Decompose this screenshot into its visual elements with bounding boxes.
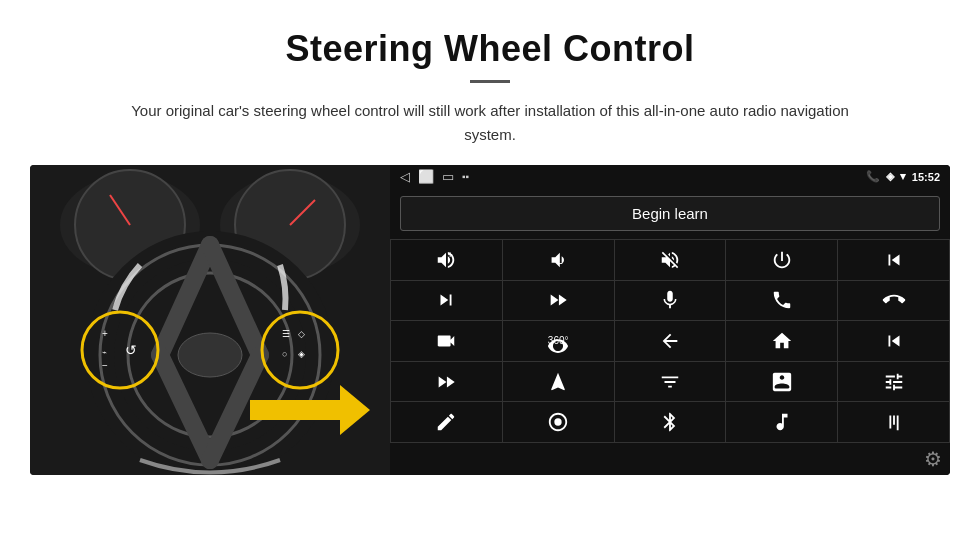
svg-text:⌁: ⌁ xyxy=(102,348,107,357)
back-nav-icon[interactable]: ◁ xyxy=(400,169,410,184)
vol-down-button[interactable]: − xyxy=(503,240,614,280)
next-button[interactable] xyxy=(391,281,502,321)
power-button[interactable] xyxy=(726,240,837,280)
phone-button[interactable] xyxy=(726,281,837,321)
navigate-button[interactable] xyxy=(503,362,614,402)
header-description: Your original car's steering wheel contr… xyxy=(110,99,870,147)
target-button[interactable] xyxy=(503,402,614,442)
svg-text:+: + xyxy=(102,328,108,339)
status-bar-indicators: 📞 ◈ ▾ 15:52 xyxy=(866,170,940,183)
status-bar-nav: ◁ ⬜ ▭ ▪▪ xyxy=(400,169,469,184)
equalizer-button[interactable] xyxy=(838,402,949,442)
fast-forward-button[interactable] xyxy=(391,362,502,402)
begin-learn-row: Begin learn xyxy=(390,188,950,239)
controls-grid: + − xyxy=(390,239,950,443)
skip-back-button[interactable] xyxy=(838,321,949,361)
edit-button[interactable] xyxy=(391,402,502,442)
location-status-icon: ◈ xyxy=(886,170,894,183)
settings-bar: ⚙ xyxy=(390,443,950,475)
360-button[interactable]: 360° xyxy=(503,321,614,361)
hang-up-button[interactable] xyxy=(838,281,949,321)
content-area: + ⌁ − ↺ ☰ ◇ ○ ◈ ◁ xyxy=(0,165,980,495)
mute-button[interactable] xyxy=(615,240,726,280)
begin-learn-button[interactable]: Begin learn xyxy=(400,196,940,231)
recents-nav-icon[interactable]: ▭ xyxy=(442,169,454,184)
eq-button[interactable] xyxy=(615,362,726,402)
camera-button[interactable] xyxy=(391,321,502,361)
wifi-status-icon: ▾ xyxy=(900,170,906,183)
media-button[interactable] xyxy=(726,362,837,402)
svg-text:−: − xyxy=(102,360,108,371)
steering-wheel-image: + ⌁ − ↺ ☰ ◇ ○ ◈ xyxy=(30,165,390,475)
vol-up-button[interactable]: + xyxy=(391,240,502,280)
phone-status-icon: 📞 xyxy=(866,170,880,183)
svg-text:◇: ◇ xyxy=(298,329,305,339)
settings2-button[interactable] xyxy=(838,362,949,402)
svg-text:+: + xyxy=(448,251,453,260)
header-section: Steering Wheel Control Your original car… xyxy=(0,0,980,165)
back-nav-button[interactable] xyxy=(615,321,726,361)
prev-track-button[interactable] xyxy=(838,240,949,280)
svg-text:↺: ↺ xyxy=(125,342,137,358)
mic-button[interactable] xyxy=(615,281,726,321)
clock: 15:52 xyxy=(912,171,940,183)
home-nav-icon[interactable]: ⬜ xyxy=(418,169,434,184)
skip-fwd-button[interactable] xyxy=(503,281,614,321)
settings-gear-icon[interactable]: ⚙ xyxy=(924,447,942,471)
svg-text:○: ○ xyxy=(282,349,287,359)
status-bar: ◁ ⬜ ▭ ▪▪ 📞 ◈ ▾ 15:52 xyxy=(390,165,950,188)
bluetooth-button[interactable] xyxy=(615,402,726,442)
home-nav-button[interactable] xyxy=(726,321,837,361)
page-wrapper: Steering Wheel Control Your original car… xyxy=(0,0,980,495)
svg-text:☰: ☰ xyxy=(282,329,290,339)
svg-point-14 xyxy=(178,333,242,377)
page-title: Steering Wheel Control xyxy=(60,28,920,70)
music-button[interactable] xyxy=(726,402,837,442)
svg-text:◈: ◈ xyxy=(298,349,305,359)
svg-text:−: − xyxy=(558,259,563,268)
title-divider xyxy=(470,80,510,83)
svg-point-28 xyxy=(555,419,562,426)
android-panel: ◁ ⬜ ▭ ▪▪ 📞 ◈ ▾ 15:52 Begin learn xyxy=(390,165,950,475)
signal-icon: ▪▪ xyxy=(462,171,469,182)
